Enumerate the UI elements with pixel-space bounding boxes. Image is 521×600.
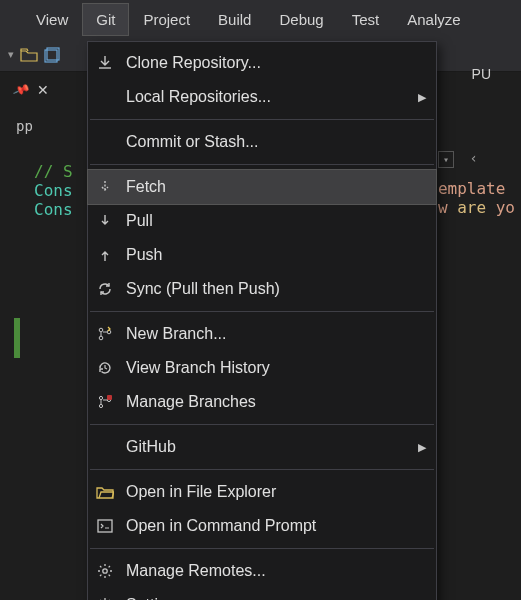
menu-item-label: Settings bbox=[126, 596, 426, 600]
menu-item-label: Open in File Explorer bbox=[126, 483, 426, 501]
menu-item-label: View Branch History bbox=[126, 359, 426, 377]
menu-item-label: Clone Repository... bbox=[126, 54, 426, 72]
menu-item-pull[interactable]: Pull bbox=[88, 204, 436, 238]
menu-item-commit-or-stash[interactable]: Commit or Stash... bbox=[88, 125, 436, 159]
menu-item-new-branch[interactable]: New Branch... bbox=[88, 317, 436, 351]
menu-item-open-in-command-prompt[interactable]: Open in Command Prompt bbox=[88, 509, 436, 543]
sync-icon bbox=[94, 281, 116, 297]
menu-item-push[interactable]: Push bbox=[88, 238, 436, 272]
code-comment: // S bbox=[34, 162, 73, 181]
tab-close-icon[interactable]: ✕ bbox=[37, 82, 49, 98]
code-right-fragment: ▾ ‹ emplate w are yo bbox=[438, 148, 515, 217]
menu-item-local-repositories[interactable]: Local Repositories...▶ bbox=[88, 80, 436, 114]
menu-item-label: Open in Command Prompt bbox=[126, 517, 426, 535]
menu-item-label: Pull bbox=[126, 212, 426, 230]
dropdown-toggle-icon[interactable]: ▾ bbox=[438, 151, 454, 168]
menu-item-label: Sync (Pull then Push) bbox=[126, 280, 426, 298]
menu-item-fetch[interactable]: Fetch bbox=[88, 170, 436, 204]
push-icon bbox=[94, 247, 116, 263]
menu-item-label: Local Repositories... bbox=[126, 88, 408, 106]
menu-item-open-in-file-explorer[interactable]: Open in File Explorer bbox=[88, 475, 436, 509]
menu-view[interactable]: View bbox=[22, 3, 82, 36]
branch-new-icon bbox=[94, 326, 116, 342]
code-type-1: Cons bbox=[34, 181, 73, 200]
menu-item-manage-branches[interactable]: Manage Branches bbox=[88, 385, 436, 419]
git-menu-dropdown: Clone Repository...Local Repositories...… bbox=[87, 41, 437, 600]
menu-item-label: Manage Branches bbox=[126, 393, 426, 411]
svg-point-3 bbox=[99, 336, 103, 340]
menu-separator bbox=[90, 311, 434, 312]
menu-test[interactable]: Test bbox=[338, 3, 394, 36]
menu-separator bbox=[90, 119, 434, 120]
menu-item-label: New Branch... bbox=[126, 325, 426, 343]
open-folder-icon[interactable] bbox=[20, 48, 38, 62]
code-type-2: Cons bbox=[34, 200, 73, 219]
menu-item-label: Push bbox=[126, 246, 426, 264]
svg-point-6 bbox=[99, 404, 102, 407]
svg-rect-8 bbox=[107, 395, 112, 400]
submenu-arrow-icon: ▶ bbox=[418, 441, 426, 454]
menu-separator bbox=[90, 469, 434, 470]
menu-item-sync-pull-then-push[interactable]: Sync (Pull then Push) bbox=[88, 272, 436, 306]
menu-item-label: Fetch bbox=[126, 178, 426, 196]
menu-item-clone-repository[interactable]: Clone Repository... bbox=[88, 46, 436, 80]
svg-point-2 bbox=[99, 328, 103, 332]
menu-item-view-branch-history[interactable]: View Branch History bbox=[88, 351, 436, 385]
svg-point-10 bbox=[103, 569, 107, 573]
submenu-arrow-icon: ▶ bbox=[418, 91, 426, 104]
menu-separator bbox=[90, 548, 434, 549]
clone-icon bbox=[94, 55, 116, 71]
svg-point-5 bbox=[99, 396, 102, 399]
menu-item-manage-remotes[interactable]: Manage Remotes... bbox=[88, 554, 436, 588]
svg-rect-9 bbox=[98, 520, 112, 532]
folder-open-icon bbox=[94, 485, 116, 499]
menu-item-label: Commit or Stash... bbox=[126, 133, 426, 151]
menu-project[interactable]: Project bbox=[129, 3, 204, 36]
save-all-icon[interactable] bbox=[44, 47, 60, 63]
gear-icon bbox=[94, 563, 116, 579]
change-gutter bbox=[14, 318, 20, 358]
menu-item-label: Manage Remotes... bbox=[126, 562, 426, 580]
fetch-icon bbox=[94, 179, 116, 195]
branches-icon bbox=[94, 394, 116, 410]
menu-item-github[interactable]: GitHub▶ bbox=[88, 430, 436, 464]
menu-item-settings[interactable]: Settings bbox=[88, 588, 436, 600]
pull-icon bbox=[94, 213, 116, 229]
tab-active[interactable]: 📌 ✕ bbox=[6, 76, 57, 104]
menu-debug[interactable]: Debug bbox=[265, 3, 337, 36]
cpu-label: PU bbox=[472, 66, 491, 82]
menu-separator bbox=[90, 424, 434, 425]
history-icon bbox=[94, 360, 116, 376]
menu-separator bbox=[90, 164, 434, 165]
menubar: ViewGitProjectBuildDebugTestAnalyze bbox=[0, 0, 521, 38]
menu-git[interactable]: Git bbox=[82, 3, 129, 36]
menu-item-label: GitHub bbox=[126, 438, 408, 456]
nav-dropdown-icon[interactable]: ▾ bbox=[8, 48, 14, 61]
terminal-icon bbox=[94, 519, 116, 533]
menu-analyze[interactable]: Analyze bbox=[393, 3, 474, 36]
pin-icon[interactable]: 📌 bbox=[12, 81, 31, 99]
menu-build[interactable]: Build bbox=[204, 3, 265, 36]
